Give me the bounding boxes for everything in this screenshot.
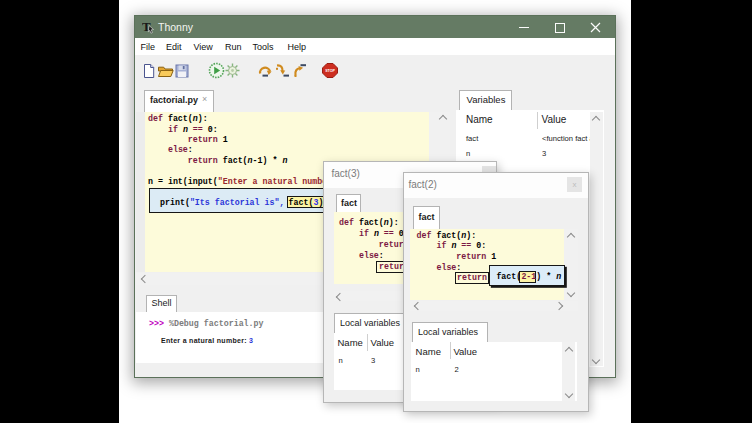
svg-text:STOP: STOP [325, 69, 335, 73]
